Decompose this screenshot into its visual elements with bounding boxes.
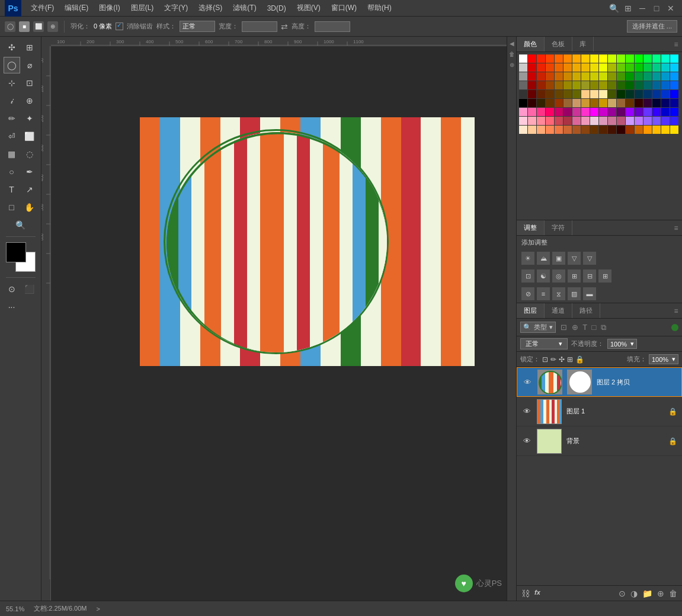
swatch-cell[interactable] [537,108,545,116]
pen-tool[interactable]: ✒ [21,163,38,180]
swatch-cell[interactable] [661,90,670,98]
swatch-cell[interactable] [590,99,598,107]
swatch-cell[interactable] [661,117,670,125]
swatch-cell[interactable] [617,99,625,107]
swatch-cell[interactable] [563,108,572,116]
swatch-cell[interactable] [608,81,616,89]
swatch-cell[interactable] [555,99,563,107]
grid-adj-icon[interactable]: ⊞ [598,270,611,283]
more-tools[interactable] [21,299,38,315]
swatch-cell[interactable] [537,54,545,63]
swatch-cell[interactable] [608,72,616,81]
swatch-cell[interactable] [643,81,652,89]
swatch-cell[interactable] [555,126,563,134]
eraser-tool[interactable]: ⬜ [21,128,38,145]
swatch-cell[interactable] [652,72,661,81]
tab-library[interactable]: 库 [572,37,594,52]
threshold-adj-icon[interactable]: ⧖ [552,287,565,300]
layer-item[interactable]: 👁 [517,397,682,426]
swatch-cell[interactable] [652,63,661,72]
swatch-cell[interactable] [661,99,670,107]
swatch-cell[interactable] [599,99,607,107]
hand-tool[interactable]: ✋ [21,199,38,216]
swatch-cell[interactable] [528,90,536,98]
swatch-cell[interactable] [572,72,581,81]
swatch-cell[interactable] [546,99,554,107]
swatch-cell[interactable] [572,108,581,116]
swatch-cell[interactable] [546,63,554,72]
menu-layer[interactable]: 图层(L) [126,1,159,15]
new-layer-icon[interactable]: ⊕ [508,60,516,69]
blend-mode-dropdown[interactable]: 正常▾ [520,338,568,349]
swatch-cell[interactable] [528,117,536,125]
swatch-cell[interactable] [670,54,678,63]
gradientmap-adj-icon[interactable]: ▬ [583,287,596,300]
swatch-cell[interactable] [643,117,652,125]
magic-wand-tool[interactable]: ⊹ [4,75,20,91]
swatch-cell[interactable] [670,108,678,116]
trash-icon[interactable]: 🗑 [508,50,516,58]
filter-text-icon[interactable]: T [582,323,587,332]
swatch-cell[interactable] [555,54,563,63]
colorbalance-adj-icon[interactable]: ⊡ [521,270,534,283]
swatch-cell[interactable] [617,108,625,116]
swatch-cell[interactable] [590,63,598,72]
fill-input[interactable]: 100%▾ [649,354,678,364]
swatch-cell[interactable] [519,63,527,72]
collapse-icon[interactable]: ◀ [508,39,516,47]
tab-character[interactable]: 字符 [545,220,572,235]
workspace-icon[interactable]: ⊞ [622,2,635,15]
extra-tools[interactable]: ··· [4,299,20,315]
swatch-cell[interactable] [590,126,598,134]
swatch-cell[interactable] [626,126,634,134]
vibrance-adj-icon[interactable]: ▽ [568,252,581,265]
filter-shape-icon[interactable]: □ [592,323,597,332]
swatch-cell[interactable] [537,126,545,134]
swatch-cell[interactable] [563,99,572,107]
colorlookup-adj-icon[interactable]: ⊟ [583,270,596,283]
mask-icon[interactable]: ⊙ [619,589,626,598]
antialiasing-checkbox[interactable] [116,23,123,30]
swatch-cell[interactable] [519,72,527,81]
artboard-tool[interactable]: ⊞ [21,39,38,56]
swatch-cell[interactable] [572,54,581,63]
swatch-cell[interactable] [519,117,527,125]
swatch-cell[interactable] [528,72,536,81]
menu-window[interactable]: 窗口(W) [326,1,361,15]
swatch-cell[interactable] [599,117,607,125]
menu-edit[interactable]: 编辑(E) [60,1,93,15]
lock-move-icon[interactable]: ✣ [559,355,565,364]
swatch-cell[interactable] [652,117,661,125]
posterize-adj-icon[interactable]: ≡ [537,287,550,300]
eyedropper-tool[interactable]: 𝒾 [4,92,20,109]
filter-smart-icon[interactable]: ⧉ [601,323,606,332]
exposure-adj-icon[interactable]: ▣ [552,252,565,265]
curves-adj-icon[interactable]: ⛰ [537,252,550,265]
swatch-cell[interactable] [563,126,572,134]
swatch-cell[interactable] [555,90,563,98]
tab-paths[interactable]: 路径 [572,303,600,318]
swatch-cell[interactable] [563,81,572,89]
swatch-cell[interactable] [572,63,581,72]
text-tool[interactable]: T [4,181,20,198]
swatch-cell[interactable] [635,54,643,63]
swatch-cell[interactable] [599,54,607,63]
swatch-cell[interactable] [626,108,634,116]
swatch-cell[interactable] [643,99,652,107]
swatch-cell[interactable] [555,63,563,72]
gradient-tool[interactable]: ▦ [4,146,20,162]
width-input[interactable] [242,21,277,32]
swatch-cell[interactable] [652,54,661,63]
tab-color[interactable]: 颜色 [517,37,545,52]
swatch-cell[interactable] [643,108,652,116]
swatch-cell[interactable] [661,126,670,134]
swatch-cell[interactable] [626,117,634,125]
swatch-cell[interactable] [581,54,590,63]
brightness-adj-icon[interactable]: ☀ [521,252,534,265]
folder-icon[interactable]: 📁 [642,589,652,598]
swatch-cell[interactable] [590,54,598,63]
swatch-cell[interactable] [643,90,652,98]
lasso-tool[interactable]: ⌀ [21,57,38,73]
height-input[interactable] [315,21,350,32]
delete-layer-icon[interactable]: 🗑 [669,589,677,598]
